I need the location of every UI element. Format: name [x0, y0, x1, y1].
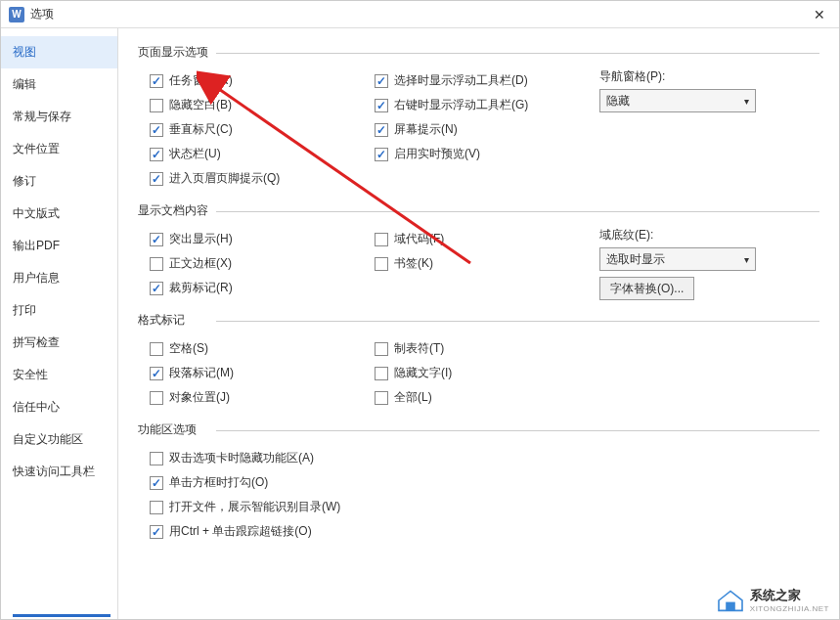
checkbox-icon[interactable]: [375, 257, 388, 271]
checkbox-icon[interactable]: [150, 74, 163, 88]
sidebar-item-4[interactable]: 修订: [1, 165, 117, 198]
checkbox-label: 状态栏(U): [169, 146, 221, 162]
checkbox-icon[interactable]: [150, 123, 163, 137]
checkbox-label: 任务窗格(R): [169, 72, 233, 89]
format-marks-col1-2[interactable]: 对象位置(J): [150, 385, 375, 410]
sidebar-item-8[interactable]: 打印: [1, 294, 117, 327]
doc-content-col2-0[interactable]: 域代码(F): [375, 227, 599, 251]
checkbox-label: 空格(S): [169, 340, 208, 357]
house-icon: [715, 589, 746, 612]
checkbox-label: 段落标记(M): [169, 365, 234, 381]
checkbox-label: 全部(L): [394, 389, 432, 406]
checkbox-icon[interactable]: [150, 342, 163, 356]
page-display-col2-3[interactable]: 启用实时预览(V): [375, 142, 599, 166]
checkbox-icon[interactable]: [150, 476, 163, 490]
checkbox-label: 选择时显示浮动工具栏(D): [394, 72, 528, 89]
page-display-col1-1[interactable]: 隐藏空白(B): [150, 93, 375, 117]
checkbox-label: 进入页眉页脚提示(Q): [169, 170, 280, 187]
field-shading-label: 域底纹(E):: [599, 227, 795, 244]
checkbox-label: 启用实时预览(V): [394, 146, 480, 162]
checkbox-label: 裁剪标记(R): [169, 280, 233, 296]
watermark: 系统之家 XITONGZHIJIA.NET: [715, 587, 829, 613]
sidebar-item-9[interactable]: 拼写检查: [1, 327, 117, 359]
sidebar-item-0[interactable]: 视图: [1, 36, 117, 68]
format-marks-col2-1[interactable]: 隐藏文字(I): [375, 361, 599, 385]
checkbox-icon[interactable]: [150, 391, 163, 405]
ribbon-item-0[interactable]: 双击选项卡时隐藏功能区(A): [150, 446, 819, 470]
checkbox-icon[interactable]: [150, 525, 163, 539]
ribbon-item-3[interactable]: 用Ctrl + 单击跟踪超链接(O): [150, 519, 819, 544]
sidebar-item-1[interactable]: 编辑: [1, 68, 117, 101]
checkbox-icon[interactable]: [150, 452, 163, 465]
checkbox-label: 域代码(F): [394, 231, 444, 247]
window-title: 选项: [30, 6, 808, 22]
checkbox-icon[interactable]: [375, 391, 388, 405]
checkbox-label: 对象位置(J): [169, 389, 230, 406]
section-ribbon-title: 功能区选项: [138, 421, 819, 438]
format-marks-col1-1[interactable]: 段落标记(M): [150, 361, 375, 385]
section-doc-content-title: 显示文档内容: [138, 202, 819, 219]
ribbon-item-1[interactable]: 单击方框时打勾(O): [150, 470, 819, 495]
font-replace-button[interactable]: 字体替换(O)...: [599, 277, 694, 300]
checkbox-label: 隐藏文字(I): [394, 365, 452, 381]
sidebar-item-7[interactable]: 用户信息: [1, 262, 117, 294]
svg-rect-1: [726, 601, 735, 610]
sidebar-item-5[interactable]: 中文版式: [1, 198, 117, 230]
checkbox-label: 垂直标尺(C): [169, 121, 233, 138]
page-display-col1-0[interactable]: 任务窗格(R): [150, 68, 375, 93]
checkbox-icon[interactable]: [150, 148, 163, 161]
section-page-display-title: 页面显示选项: [138, 44, 819, 61]
checkbox-label: 隐藏空白(B): [169, 97, 232, 113]
checkbox-label: 制表符(T): [394, 340, 444, 357]
chevron-down-icon: ▾: [744, 254, 749, 265]
app-icon: W: [9, 7, 24, 22]
checkbox-label: 双击选项卡时隐藏功能区(A): [169, 450, 314, 466]
checkbox-icon[interactable]: [375, 123, 388, 137]
page-display-col2-1[interactable]: 右键时显示浮动工具栏(G): [375, 93, 599, 117]
checkbox-icon[interactable]: [375, 148, 388, 161]
checkbox-icon[interactable]: [150, 367, 163, 380]
checkbox-icon[interactable]: [150, 233, 163, 246]
sidebar-item-6[interactable]: 输出PDF: [1, 230, 117, 262]
close-button[interactable]: ✕: [808, 3, 831, 26]
bottom-accent: [13, 614, 111, 617]
sidebar-item-10[interactable]: 安全性: [1, 359, 117, 391]
content-area: 页面显示选项 任务窗格(R)隐藏空白(B)垂直标尺(C)状态栏(U)进入页眉页脚…: [118, 28, 839, 619]
sidebar-item-12[interactable]: 自定义功能区: [1, 423, 117, 456]
format-marks-col2-0[interactable]: 制表符(T): [375, 336, 599, 361]
checkbox-icon[interactable]: [150, 99, 163, 112]
doc-content-col2-1[interactable]: 书签(K): [375, 251, 599, 276]
sidebar: 视图编辑常规与保存文件位置修订中文版式输出PDF用户信息打印拼写检查安全性信任中…: [1, 28, 118, 619]
doc-content-col1-1[interactable]: 正文边框(X): [150, 251, 375, 276]
checkbox-icon[interactable]: [375, 74, 388, 88]
checkbox-icon[interactable]: [150, 282, 163, 295]
page-display-col1-4[interactable]: 进入页眉页脚提示(Q): [150, 166, 375, 191]
sidebar-item-2[interactable]: 常规与保存: [1, 101, 117, 133]
format-marks-col2-2[interactable]: 全部(L): [375, 385, 599, 410]
field-shading-dropdown[interactable]: 选取时显示 ▾: [599, 247, 756, 271]
doc-content-col1-2[interactable]: 裁剪标记(R): [150, 276, 375, 300]
section-format-marks-title: 格式标记: [138, 312, 819, 329]
checkbox-label: 屏幕提示(N): [394, 121, 458, 138]
checkbox-label: 用Ctrl + 单击跟踪超链接(O): [169, 523, 312, 540]
chevron-down-icon: ▾: [744, 96, 749, 107]
sidebar-item-3[interactable]: 文件位置: [1, 133, 117, 165]
checkbox-icon[interactable]: [375, 233, 388, 246]
doc-content-col1-0[interactable]: 突出显示(H): [150, 227, 375, 251]
checkbox-icon[interactable]: [150, 257, 163, 271]
checkbox-icon[interactable]: [375, 99, 388, 112]
checkbox-icon[interactable]: [150, 501, 163, 514]
checkbox-icon[interactable]: [375, 367, 388, 380]
sidebar-item-13[interactable]: 快速访问工具栏: [1, 456, 117, 488]
page-display-col1-2[interactable]: 垂直标尺(C): [150, 117, 375, 142]
nav-pane-dropdown[interactable]: 隐藏 ▾: [599, 89, 756, 112]
checkbox-label: 正文边框(X): [169, 255, 232, 272]
format-marks-col1-0[interactable]: 空格(S): [150, 336, 375, 361]
ribbon-item-2[interactable]: 打开文件，展示智能识别目录(W): [150, 495, 819, 519]
checkbox-icon[interactable]: [150, 172, 163, 186]
page-display-col1-3[interactable]: 状态栏(U): [150, 142, 375, 166]
sidebar-item-11[interactable]: 信任中心: [1, 391, 117, 423]
page-display-col2-2[interactable]: 屏幕提示(N): [375, 117, 599, 142]
page-display-col2-0[interactable]: 选择时显示浮动工具栏(D): [375, 68, 599, 93]
checkbox-icon[interactable]: [375, 342, 388, 356]
